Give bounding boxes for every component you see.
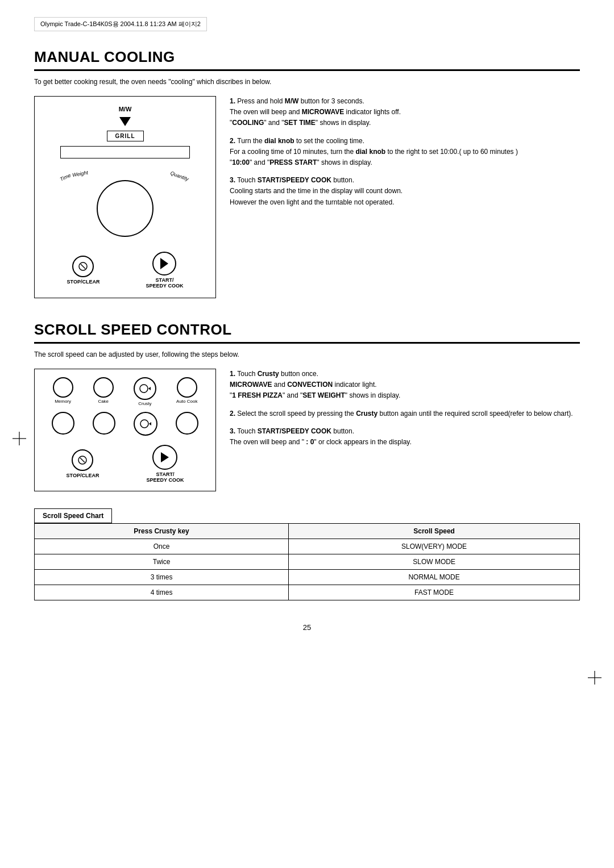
btn2-3-crusty bbox=[134, 412, 157, 436]
oven-diagram-wrapper: M/W GRILL bbox=[34, 96, 216, 298]
step1-num: 1. bbox=[230, 97, 237, 105]
crosshair-left-icon bbox=[13, 432, 26, 445]
section2-content: Memory Cake bbox=[34, 369, 580, 491]
mw-section: M/W GRILL bbox=[44, 106, 206, 158]
svg-line-14 bbox=[80, 458, 85, 462]
btn2-1-col bbox=[52, 412, 74, 436]
memory-btn bbox=[53, 377, 73, 398]
scroll-start-wrapper: START/ SPEEDY COOK bbox=[147, 445, 184, 483]
chart-body: Once SLOW(VERY) MODE Twice SLOW MODE 3 t… bbox=[35, 539, 580, 600]
memory-label: Memory bbox=[55, 399, 71, 404]
col-header-speed: Scroll Speed bbox=[289, 524, 580, 539]
section2-instructions: 1. Touch Crusty button once. MICROWAVE a… bbox=[230, 369, 580, 491]
stop-clear-btn bbox=[72, 256, 94, 277]
speed-twice: SLOW MODE bbox=[289, 554, 580, 570]
crusty-label: Crusty bbox=[138, 401, 151, 406]
crusty-icon bbox=[138, 382, 152, 395]
start-btn bbox=[152, 252, 176, 276]
table-row: Twice SLOW MODE bbox=[35, 554, 580, 570]
svg-point-11 bbox=[140, 420, 148, 428]
page-container: Olympic Trade-C-1B4K0S용 2004.11.8 11:23 … bbox=[0, 0, 614, 868]
btn2-4-col bbox=[176, 412, 198, 436]
scroll-start-arrow-icon bbox=[161, 452, 169, 462]
btn2-4 bbox=[176, 412, 198, 435]
crosshair-right-icon bbox=[588, 671, 601, 685]
chart-title: Scroll Speed Chart bbox=[34, 508, 112, 523]
scroll-bottom-buttons: STOP/CLEAR START/ SPEEDY COOK bbox=[43, 445, 208, 483]
table-row: Once SLOW(VERY) MODE bbox=[35, 539, 580, 554]
svg-point-9 bbox=[140, 385, 148, 393]
crusty-btn bbox=[134, 377, 156, 400]
svg-marker-12 bbox=[149, 422, 151, 425]
scroll-diagram-wrapper: Memory Cake bbox=[34, 369, 216, 491]
cake-btn-col: Cake bbox=[93, 377, 114, 406]
section1-instructions: 1. Press and hold M/W button for 3 secon… bbox=[230, 96, 580, 298]
section2-intro: The scroll speed can be adjusted by user… bbox=[34, 350, 580, 358]
step2: 2. Turn the dial knob to set the cooling… bbox=[230, 136, 580, 169]
scroll-step3: 3. Touch START/SPEEDY COOK button. The o… bbox=[230, 426, 580, 448]
autocook-btn bbox=[177, 377, 197, 398]
crosshair-left bbox=[13, 432, 26, 447]
crusty-btn-col: Crusty bbox=[134, 377, 156, 406]
scroll-start-btn bbox=[152, 445, 177, 470]
scroll-second-row bbox=[43, 412, 208, 436]
chart-section: Scroll Speed Chart Press Crusty key Scro… bbox=[34, 508, 580, 600]
speed-3times: NORMAL MODE bbox=[289, 570, 580, 585]
oven-diagram: M/W GRILL bbox=[34, 96, 216, 298]
col-header-press: Press Crusty key bbox=[35, 524, 289, 539]
btn2-2-col bbox=[93, 412, 115, 436]
press-3times: 3 times bbox=[35, 570, 289, 585]
press-4times: 4 times bbox=[35, 585, 289, 600]
mw-arrow-icon bbox=[117, 115, 134, 128]
start-label: START/ SPEEDY COOK bbox=[146, 277, 184, 289]
page-number: 25 bbox=[34, 623, 580, 632]
oven-display bbox=[60, 146, 190, 158]
scroll-speed-chart: Press Crusty key Scroll Speed Once SLOW(… bbox=[34, 523, 580, 600]
chart-header: Press Crusty key Scroll Speed bbox=[35, 524, 580, 539]
scroll-step2-num: 2. bbox=[230, 410, 237, 418]
table-row: 3 times NORMAL MODE bbox=[35, 570, 580, 585]
grill-label: GRILL bbox=[107, 131, 144, 141]
dial-area: Time Weight Quantity bbox=[44, 170, 206, 238]
scroll-step1: 1. Touch Crusty button once. MICROWAVE a… bbox=[230, 369, 580, 402]
cake-label: Cake bbox=[98, 399, 109, 404]
scroll-diagram: Memory Cake bbox=[34, 369, 216, 491]
scroll-step2-text: 2. Select the scroll speed by pressing t… bbox=[230, 408, 580, 419]
crosshair-right bbox=[588, 671, 601, 686]
section1-intro: To get better cooking result, the oven n… bbox=[34, 78, 580, 86]
btn2-crusty-icon bbox=[139, 417, 152, 431]
speed-once: SLOW(VERY) MODE bbox=[289, 539, 580, 554]
dial-time-label: Time bbox=[59, 172, 72, 182]
svg-marker-10 bbox=[148, 387, 151, 390]
autocook-label: Auto Cook bbox=[176, 399, 197, 404]
section1-title: MANUAL COOLING bbox=[34, 48, 580, 71]
scroll-step2: 2. Select the scroll speed by pressing t… bbox=[230, 408, 580, 419]
step3: 3. Touch START/SPEEDY COOK button. Cooli… bbox=[230, 175, 580, 208]
section2-title: SCROLL SPEED CONTROL bbox=[34, 321, 580, 344]
table-row: 4 times FAST MODE bbox=[35, 585, 580, 600]
dial-knob bbox=[97, 180, 154, 237]
mw-label: M/W bbox=[44, 106, 206, 112]
dial-quantity-label: Quantity bbox=[170, 170, 190, 182]
stop-icon bbox=[78, 261, 88, 272]
header-text: Olympic Trade-C-1B4K0S용 2004.11.8 11:23 … bbox=[40, 20, 201, 27]
cake-btn bbox=[93, 377, 114, 398]
section-manual-cooling: MANUAL COOLING To get better cooking res… bbox=[34, 48, 580, 298]
btn2-1 bbox=[52, 412, 74, 435]
btn2-2 bbox=[93, 412, 115, 435]
grill-container: GRILL bbox=[44, 131, 206, 141]
dial-weight-label: Weight bbox=[72, 170, 88, 178]
section-scroll-speed: SCROLL SPEED CONTROL The scroll speed ca… bbox=[34, 321, 580, 600]
start-arrow-icon bbox=[160, 258, 168, 269]
press-twice: Twice bbox=[35, 554, 289, 570]
scroll-stop-icon bbox=[77, 455, 88, 465]
oven-bottom-buttons: STOP/CLEAR START/ SPEEDY COOK bbox=[44, 252, 206, 289]
step2-num: 2. bbox=[230, 137, 237, 145]
start-wrapper: START/ SPEEDY COOK bbox=[146, 252, 184, 289]
svg-line-8 bbox=[81, 264, 85, 269]
scroll-stop-btn bbox=[72, 449, 93, 471]
scroll-step3-num: 3. bbox=[230, 427, 237, 435]
stop-clear-label: STOP/CLEAR bbox=[67, 279, 100, 285]
step3-num: 3. bbox=[230, 176, 237, 184]
section1-content: M/W GRILL bbox=[34, 96, 580, 298]
